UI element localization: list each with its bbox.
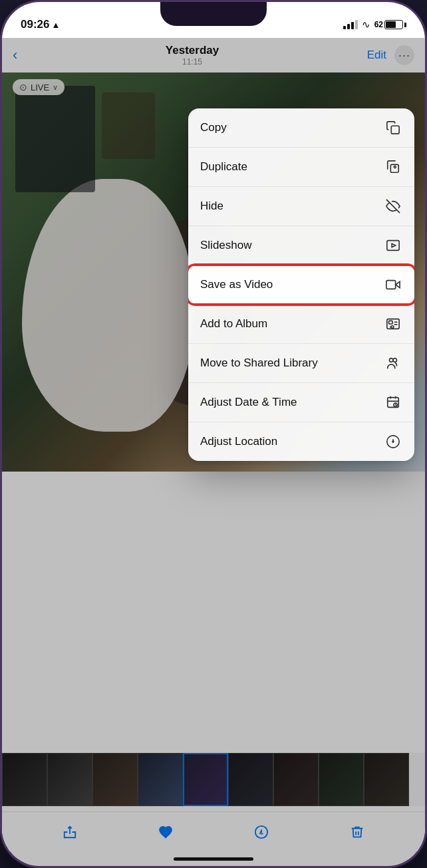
location-arrow-icon: ▲ <box>51 20 60 30</box>
hide-icon <box>384 197 402 216</box>
context-menu: Copy Duplicate <box>188 108 414 461</box>
location-pin-icon <box>384 432 402 451</box>
notch <box>160 2 267 26</box>
album-icon <box>384 315 402 333</box>
menu-item-adjust-location[interactable]: Adjust Location <box>188 422 414 461</box>
menu-item-hide[interactable]: Hide <box>188 187 414 226</box>
menu-item-adjust-date-time[interactable]: Adjust Date & Time <box>188 383 414 422</box>
svg-point-28 <box>392 441 394 442</box>
menu-item-copy[interactable]: Copy <box>188 108 414 148</box>
menu-item-shared-library[interactable]: Move to Shared Library <box>188 344 414 383</box>
wifi-icon: ∿ <box>362 19 370 31</box>
signal-icon <box>343 20 358 29</box>
duplicate-icon <box>384 158 402 176</box>
svg-marker-8 <box>392 243 396 247</box>
calendar-clock-icon <box>384 393 402 412</box>
svg-point-17 <box>390 359 394 362</box>
svg-rect-10 <box>386 281 396 289</box>
svg-point-16 <box>390 327 391 327</box>
shared-library-icon <box>384 354 402 372</box>
menu-item-add-to-album[interactable]: Add to Album <box>188 305 414 344</box>
svg-marker-9 <box>396 281 400 287</box>
svg-rect-2 <box>391 126 399 134</box>
status-time: 09:26 <box>21 18 49 31</box>
menu-item-save-as-video[interactable]: Save as Video <box>188 265 414 305</box>
copy-icon <box>384 118 402 137</box>
video-camera-icon <box>384 275 402 294</box>
svg-line-25 <box>396 405 396 406</box>
screen-content: 09:26 ▲ ∿ 62 <box>2 2 425 866</box>
menu-item-duplicate[interactable]: Duplicate <box>188 148 414 187</box>
svg-rect-7 <box>387 241 399 251</box>
svg-rect-12 <box>389 321 393 324</box>
battery-icon: 62 <box>374 20 406 29</box>
context-menu-overlay[interactable]: Copy Duplicate <box>2 38 425 866</box>
menu-item-slideshow[interactable]: Slideshow <box>188 226 414 265</box>
home-indicator <box>174 857 253 861</box>
svg-point-15 <box>391 326 394 329</box>
svg-point-18 <box>393 359 397 362</box>
slideshow-icon <box>384 236 402 255</box>
phone-frame: 09:26 ▲ ∿ 62 <box>0 0 427 868</box>
